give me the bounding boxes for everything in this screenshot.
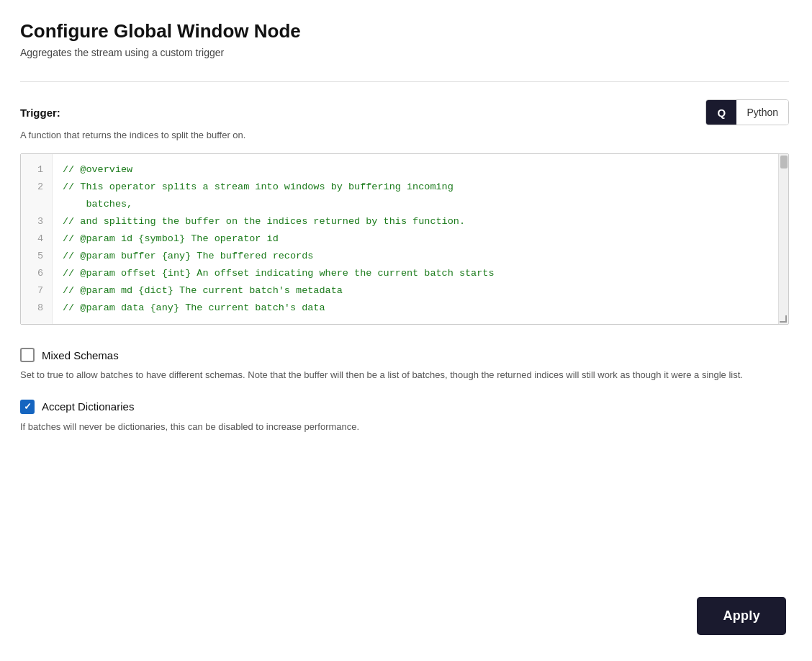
line-number: 7: [30, 282, 43, 300]
code-line-3: // and splitting the buffer on the indic…: [63, 213, 778, 230]
code-line-4: // @param id {symbol} The operator id: [63, 230, 778, 248]
divider: [20, 81, 789, 82]
scrollbar-thumb[interactable]: [780, 156, 788, 168]
resize-handle[interactable]: [778, 314, 788, 324]
page-subtitle: Aggregates the stream using a custom tri…: [20, 47, 789, 58]
line-number: 6: [30, 265, 43, 282]
line-number: 5: [30, 248, 43, 265]
mixed-schemas-description: Set to true to allow batches to have dif…: [20, 368, 789, 382]
accept-dictionaries-description: If batches will never be dictionaries, t…: [20, 420, 789, 434]
line-number: 8: [30, 300, 43, 317]
mixed-schemas-checkbox[interactable]: [20, 348, 35, 362]
code-editor[interactable]: 1 2 3 4 5 6 7 8 // @overview// This oper…: [20, 153, 789, 325]
code-line-2: // This operator splits a stream into wi…: [63, 179, 778, 196]
mixed-schemas-section: Mixed Schemas Set to true to allow batch…: [20, 348, 789, 382]
scrollbar[interactable]: [778, 154, 788, 324]
page-title: Configure Global Window Node: [20, 20, 789, 42]
code-line-8: // @param data {any} The current batch's…: [63, 300, 778, 317]
language-label: Python: [736, 99, 788, 125]
line-number: 2: [30, 179, 43, 196]
trigger-section: Trigger: Q Python A function that return…: [20, 99, 789, 140]
code-content[interactable]: // @overview// This operator splits a st…: [53, 154, 788, 324]
trigger-description: A function that returns the indices to s…: [20, 130, 789, 140]
code-line-1: // @overview: [63, 161, 778, 179]
apply-button[interactable]: Apply: [697, 597, 786, 635]
line-number: 4: [30, 230, 43, 248]
mixed-schemas-row: Mixed Schemas: [20, 348, 789, 362]
code-line-5: // @param buffer {any} The buffered reco…: [63, 248, 778, 265]
trigger-label: Trigger:: [20, 107, 60, 119]
line-number: 3: [30, 213, 43, 230]
mixed-schemas-label: Mixed Schemas: [42, 349, 119, 361]
accept-dictionaries-row: Accept Dictionaries: [20, 400, 789, 414]
language-icon-button[interactable]: Q: [706, 99, 736, 125]
line-numbers: 1 2 3 4 5 6 7 8: [21, 154, 53, 324]
line-number: [30, 196, 43, 213]
language-selector[interactable]: Q Python: [705, 99, 789, 125]
code-line-7: // @param md {dict} The current batch's …: [63, 282, 778, 300]
trigger-header: Trigger: Q Python: [20, 99, 789, 125]
line-number: 1: [30, 161, 43, 179]
code-editor-inner: 1 2 3 4 5 6 7 8 // @overview// This oper…: [21, 154, 788, 324]
accept-dictionaries-section: Accept Dictionaries If batches will neve…: [20, 400, 789, 434]
code-line-6: // @param offset {int} An offset indicat…: [63, 265, 778, 282]
accept-dictionaries-label: Accept Dictionaries: [42, 400, 134, 413]
code-line-2b: batches,: [63, 196, 778, 213]
accept-dictionaries-checkbox[interactable]: [20, 400, 35, 414]
